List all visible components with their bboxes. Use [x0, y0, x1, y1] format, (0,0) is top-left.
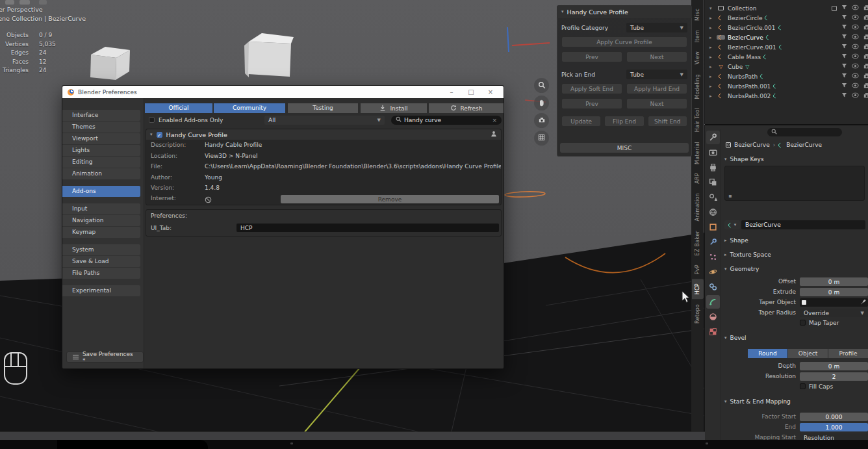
disable-render-camera-icon[interactable]: [863, 83, 868, 90]
apply-curve-profile-button[interactable]: Apply Curve Profile: [561, 36, 687, 47]
outliner-item-name[interactable]: BezierCircle.001: [728, 25, 776, 31]
hide-eye-icon[interactable]: [852, 63, 859, 70]
eyedropper-icon[interactable]: [860, 299, 866, 306]
disclosure-icon[interactable]: ▸: [709, 55, 717, 60]
minimize-button[interactable]: –: [444, 88, 459, 96]
outliner-item-name[interactable]: Cable Mass: [728, 54, 761, 60]
curve-datablock-menu[interactable]: ▾: [724, 220, 740, 229]
disclosure-icon[interactable]: ▸: [709, 84, 717, 89]
maximize-button[interactable]: □: [463, 88, 479, 96]
apply-hard-end-button[interactable]: Apply Hard End: [626, 83, 687, 94]
filter-funnel-icon[interactable]: [841, 53, 847, 60]
properties-tab-physics-icon[interactable]: [706, 265, 720, 279]
start-end-mapping-panel-header[interactable]: ▾ Start & End Mapping: [724, 398, 791, 405]
disable-render-camera-icon[interactable]: [863, 34, 868, 41]
outliner-item-name[interactable]: BezierCurve.001: [728, 44, 776, 51]
properties-tab-object-data-icon[interactable]: [706, 295, 720, 309]
factor-end-field[interactable]: 1.000: [800, 423, 868, 431]
properties-tab-tool-icon[interactable]: [706, 131, 720, 144]
texture-space-panel-header[interactable]: ▸ Texture Space: [724, 251, 771, 258]
disable-render-camera-icon[interactable]: [863, 5, 868, 12]
hide-eye-icon[interactable]: [852, 14, 859, 21]
shape-panel-header[interactable]: ▸ Shape: [724, 237, 748, 244]
properties-tab-render-icon[interactable]: [706, 146, 720, 159]
profile-next-button[interactable]: Next: [626, 51, 687, 62]
bevel-panel-header[interactable]: ▾ Bevel: [724, 335, 747, 341]
bevel-tab-round[interactable]: Round: [748, 349, 787, 358]
disclosure-icon[interactable]: ▸: [709, 16, 717, 21]
disclosure-icon[interactable]: ▸: [709, 45, 717, 50]
shape-keys-panel-header[interactable]: ▾ Shape Keys: [724, 156, 764, 162]
outliner-item-name[interactable]: BezierCurve: [728, 34, 763, 41]
disable-render-camera-icon[interactable]: [863, 63, 868, 70]
addon-search-input[interactable]: Handy curve ×: [391, 116, 502, 125]
npanel-tab-pvp[interactable]: PvP: [692, 260, 704, 279]
filter-funnel-icon[interactable]: [841, 92, 847, 99]
mapping-start-dropdown[interactable]: Resolution: [800, 433, 868, 440]
hide-eye-icon[interactable]: [852, 24, 859, 31]
exclude-checkbox-icon[interactable]: [832, 6, 837, 11]
sidebar-item-lights[interactable]: Lights: [62, 145, 140, 156]
sidebar-item-input[interactable]: Input: [62, 203, 140, 214]
disable-render-camera-icon[interactable]: [863, 73, 868, 80]
disable-render-camera-icon[interactable]: [863, 24, 868, 31]
disable-render-camera-icon[interactable]: [863, 44, 868, 51]
save-preferences-button[interactable]: Save Preferences *: [66, 352, 144, 363]
factor-start-field[interactable]: 0.000: [800, 413, 868, 421]
npanel-tab-modeling[interactable]: Modeling: [692, 70, 704, 104]
npanel-tab-retopo[interactable]: Retopo: [692, 300, 704, 328]
sidebar-item-add-ons[interactable]: Add-ons: [62, 186, 140, 197]
outliner-row[interactable]: ▸BezierCurve: [705, 32, 868, 42]
tab-testing[interactable]: Testing: [288, 103, 358, 113]
npanel-tab-hcp[interactable]: HCP: [692, 279, 704, 299]
resolution-field[interactable]: 2: [800, 372, 868, 381]
breadcrumb-data[interactable]: BezierCurve: [786, 142, 822, 148]
disclosure-icon[interactable]: ▸: [709, 64, 717, 70]
sidebar-item-themes[interactable]: Themes: [62, 122, 140, 133]
outliner-item-name[interactable]: NurbsPath.002: [728, 93, 771, 99]
bevel-tab-profile[interactable]: Profile: [828, 349, 868, 358]
properties-tab-particles-icon[interactable]: [706, 250, 720, 264]
hide-eye-icon[interactable]: [852, 44, 859, 51]
sidebar-item-editing[interactable]: Editing: [62, 157, 140, 168]
addon-card-header[interactable]: ▾ ✓ Handy Curve Profile: [146, 129, 501, 140]
taper-object-field[interactable]: [800, 298, 868, 307]
map-taper-checkbox[interactable]: [800, 320, 806, 326]
outliner-row[interactable]: ▾Collection: [705, 3, 868, 13]
disable-render-camera-icon[interactable]: [863, 92, 868, 99]
outliner-item-name[interactable]: NurbsPath.001: [728, 83, 771, 90]
shift-end-button[interactable]: Shift End: [648, 116, 687, 127]
disclosure-icon[interactable]: ▸: [709, 74, 717, 79]
properties-search-input[interactable]: [767, 128, 842, 136]
properties-tab-material-icon[interactable]: [706, 310, 720, 324]
outliner-item-name[interactable]: BezierCircle: [728, 15, 762, 21]
outliner-row[interactable]: ▸BezierCircle: [705, 13, 868, 23]
fill-caps-checkbox[interactable]: [800, 383, 806, 389]
outliner-item-name[interactable]: NurbsPath: [728, 73, 758, 80]
misc-subpanel-header[interactable]: MISC: [560, 143, 689, 153]
properties-tab-scene-icon[interactable]: [706, 190, 720, 204]
camera-view-gizmo[interactable]: [534, 113, 549, 128]
sidebar-item-system[interactable]: System: [62, 244, 140, 255]
npanel-tab-arp[interactable]: ARP: [692, 168, 704, 188]
update-button[interactable]: Update: [561, 116, 601, 127]
hcp-panel-header[interactable]: ▾ Handy Curve Profile: [557, 5, 692, 18]
hide-eye-icon[interactable]: [852, 5, 859, 12]
shape-keys-list[interactable]: ▪: [724, 166, 865, 201]
npanel-tab-material[interactable]: Material: [692, 137, 704, 169]
outliner-row[interactable]: ▸NurbsPath.001: [705, 81, 868, 91]
refresh-button[interactable]: Refresh: [429, 103, 504, 113]
sidebar-item-experimental[interactable]: Experimental: [62, 285, 140, 296]
close-button[interactable]: ×: [483, 88, 498, 96]
enabled-addons-only-checkbox[interactable]: [149, 117, 155, 123]
hide-eye-icon[interactable]: [852, 73, 859, 80]
npanel-tab-ez-baker[interactable]: EZ Baker: [692, 226, 704, 260]
npanel-tab-animation[interactable]: Animation: [692, 188, 704, 226]
flip-end-button[interactable]: Flip End: [604, 116, 644, 127]
outliner-row[interactable]: ▸BezierCurve.001: [705, 42, 868, 52]
filter-funnel-icon[interactable]: [841, 5, 847, 12]
disclosure-icon[interactable]: ▾: [709, 6, 717, 11]
hide-eye-icon[interactable]: [852, 92, 859, 99]
properties-tab-constraints-icon[interactable]: [706, 280, 720, 294]
sidebar-item-keymap[interactable]: Keymap: [62, 227, 140, 238]
